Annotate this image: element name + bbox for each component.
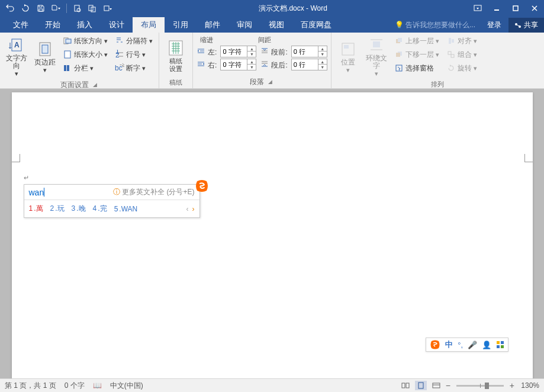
svg-rect-41	[344, 45, 349, 49]
spacing-after-spinner[interactable]: ▲▼	[291, 59, 327, 70]
tab-baidu[interactable]: 百度网盘	[292, 17, 340, 33]
svg-rect-48	[396, 53, 400, 57]
indent-right-spinner[interactable]: ▲▼	[220, 59, 256, 70]
save-button[interactable]	[34, 2, 47, 15]
svg-rect-51	[452, 39, 454, 43]
size-button[interactable]: 纸张大小 ▾	[60, 48, 110, 61]
tab-insert[interactable]: 插入	[69, 17, 101, 33]
ime-candidate-window: wan ⓘ更多英文补全 (分号+E) 1.萬 2.玩 3.晚 4.完 5.WAN…	[24, 184, 200, 218]
ime-toolbar: 中 °, 🎤 👤	[426, 338, 508, 352]
ime-candidates: 1.萬 2.玩 3.晚 4.完 5.WAN ‹ ›	[24, 200, 199, 217]
svg-rect-46	[398, 38, 402, 42]
hyphenation-button[interactable]: bc-a断字 ▾	[112, 62, 155, 75]
svg-rect-50	[449, 38, 451, 44]
document-page[interactable]: ↵ wan ⓘ更多英文补全 (分号+E) 1.萬 2.玩 3.晚 4.完 5.W…	[12, 92, 533, 378]
ribbon-tabs: 文件 开始 插入 设计 布局 引用 邮件 审阅 视图 百度网盘 💡 告诉我您想要…	[0, 17, 544, 33]
zoom-level[interactable]: 130%	[518, 381, 539, 390]
title-bar: 演示文档.docx - Word	[0, 0, 544, 17]
ribbon-options-button[interactable]	[468, 0, 487, 17]
tab-review[interactable]: 审阅	[228, 17, 260, 33]
svg-rect-56	[497, 345, 500, 348]
ime-toolbox-button[interactable]	[496, 340, 504, 349]
document-area[interactable]: ↵ wan ⓘ更多英文补全 (分号+E) 1.萬 2.玩 3.晚 4.完 5.W…	[0, 89, 544, 378]
svg-line-10	[517, 25, 519, 26]
status-page[interactable]: 第 1 页，共 1 页	[5, 381, 56, 391]
position-button: 位置▾	[335, 34, 361, 79]
ime-next-button[interactable]: ›	[192, 205, 195, 213]
tab-home[interactable]: 开始	[37, 17, 69, 33]
tab-file[interactable]: 文件	[5, 17, 37, 33]
ime-candidate-3[interactable]: 3.晚	[72, 204, 86, 214]
sogou-icon[interactable]	[430, 339, 440, 350]
svg-rect-59	[406, 383, 409, 388]
close-button[interactable]	[525, 0, 544, 17]
align-button: 对齐 ▾	[444, 34, 479, 47]
margins-button[interactable]: 页边距▾	[32, 34, 58, 79]
indent-left-spinner[interactable]: ▲▼	[220, 46, 256, 57]
view-web-button[interactable]	[430, 381, 442, 390]
ime-candidate-4[interactable]: 4.完	[93, 204, 107, 214]
bring-forward-button: 上移一层 ▾	[392, 34, 442, 47]
svg-rect-60	[419, 383, 423, 388]
ime-skin-button[interactable]: 👤	[482, 340, 491, 349]
svg-rect-57	[501, 345, 504, 348]
svg-rect-16	[66, 39, 71, 43]
ime-punct-toggle[interactable]: °,	[458, 340, 463, 349]
orientation-button[interactable]: 纸张方向 ▾	[60, 34, 110, 47]
ime-voice-button[interactable]: 🎤	[468, 340, 477, 349]
spacing-before-spinner[interactable]: ▲▼	[291, 46, 327, 57]
ime-hint[interactable]: ⓘ更多英文补全 (分号+E)	[113, 187, 194, 197]
view-read-button[interactable]	[400, 381, 411, 390]
text-direction-button[interactable]: A 文字方向▾	[4, 34, 30, 79]
svg-rect-4	[104, 6, 109, 11]
breaks-button[interactable]: 分隔符 ▾	[112, 34, 155, 47]
ime-input-text: wan	[29, 188, 44, 197]
tab-mailings[interactable]: 邮件	[197, 17, 228, 33]
indent-left-icon	[197, 46, 206, 56]
spacing-header: 间距	[258, 36, 271, 44]
print-preview-button[interactable]	[70, 2, 83, 15]
redo-button[interactable]	[19, 2, 32, 15]
tab-references[interactable]: 引用	[165, 17, 197, 33]
status-bar: 第 1 页，共 1 页 0 个字 📖 中文(中国) − + 130%	[0, 378, 544, 392]
selection-pane-button[interactable]: 选择窗格	[392, 62, 442, 75]
qat-customize[interactable]	[101, 2, 114, 15]
spacing-after-icon	[260, 59, 269, 69]
svg-rect-7	[513, 6, 518, 11]
ime-candidate-5[interactable]: 5.WAN	[114, 205, 138, 213]
ime-candidate-1[interactable]: 1.萬	[29, 204, 43, 214]
status-words[interactable]: 0 个字	[65, 381, 85, 391]
group-manuscript: 稿纸 设置 稿纸	[159, 33, 193, 88]
undo-button[interactable]	[4, 2, 17, 15]
tab-design[interactable]: 设计	[101, 17, 133, 33]
status-language[interactable]: 中文(中国)	[110, 381, 143, 391]
zoom-slider[interactable]	[456, 385, 504, 387]
group-paragraph: 缩进 间距 左: ▲▼ 段前: ▲▼ 右: ▲▼ 段后: ▲▼ 段落◢	[193, 33, 331, 88]
indent-header: 缩进	[200, 36, 213, 44]
login-button[interactable]: 登录	[480, 18, 508, 33]
ime-lang-toggle[interactable]: 中	[445, 339, 453, 350]
paragraph-launcher[interactable]: ◢	[266, 79, 273, 86]
zoom-in-button[interactable]: +	[510, 381, 514, 390]
tab-layout[interactable]: 布局	[133, 17, 165, 33]
view-print-button[interactable]	[415, 381, 427, 390]
columns-button[interactable]: 分栏 ▾	[60, 62, 110, 75]
qat-button[interactable]	[86, 2, 99, 15]
svg-rect-14	[42, 45, 48, 53]
zoom-out-button[interactable]: −	[446, 381, 450, 390]
line-numbers-button[interactable]: 12行号 ▾	[112, 48, 155, 61]
maximize-button[interactable]	[506, 0, 525, 17]
ribbon: A 文字方向▾ 页边距▾ 纸张方向 ▾ 纸张大小 ▾ 分栏 ▾ 分隔符 ▾ 12…	[0, 33, 544, 89]
ime-candidate-2[interactable]: 2.玩	[50, 204, 65, 214]
tell-me-input[interactable]: 💡 告诉我您想要做什么...	[390, 20, 480, 30]
svg-rect-55	[501, 341, 504, 344]
page-setup-launcher[interactable]: ◢	[91, 82, 98, 89]
manuscript-button[interactable]: 稿纸 设置	[163, 34, 189, 77]
ime-prev-button[interactable]: ‹	[186, 205, 189, 213]
share-button[interactable]: 共享	[508, 18, 544, 33]
wrap-text-button: 环绕文字▾	[363, 34, 390, 79]
minimize-button[interactable]	[487, 0, 506, 17]
save-dropdown[interactable]	[50, 2, 63, 15]
status-proofing-icon[interactable]: 📖	[93, 381, 102, 390]
tab-view[interactable]: 视图	[260, 17, 292, 33]
